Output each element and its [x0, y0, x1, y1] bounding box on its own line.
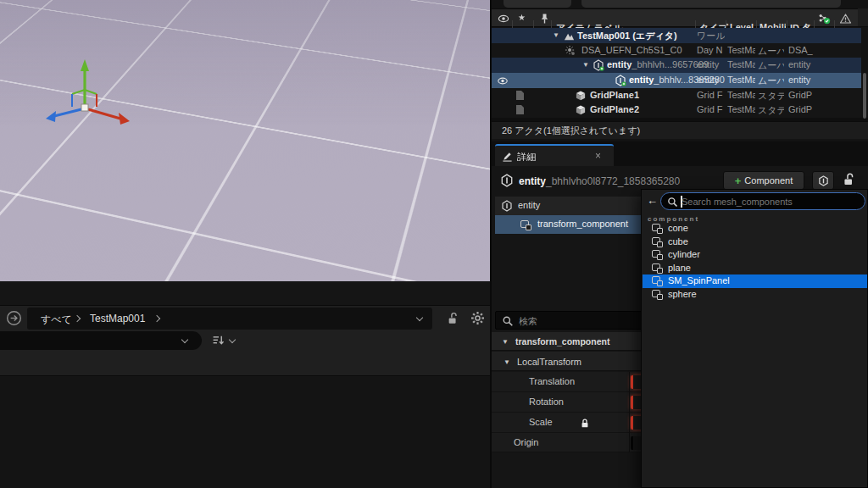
component-icon	[652, 250, 660, 258]
tab-details[interactable]: 詳細 ×	[495, 144, 614, 166]
outliner-toolbar-partial[interactable]	[504, 0, 571, 8]
entity-icon	[501, 200, 513, 212]
entity-name-bold: entity	[519, 175, 546, 187]
menu-item-cone[interactable]: cone	[643, 222, 867, 236]
menu-item-sphere[interactable]: sphere	[643, 288, 867, 302]
row-mobility: スタティック	[758, 104, 784, 117]
outliner-column-header: ★ アイテムラベル タイプ Level Mobili ID 名	[492, 8, 858, 27]
section-label: transform_component	[515, 336, 609, 347]
details-tab-bar: 詳細 × スナップ...ット履歴	[492, 141, 868, 166]
pin-column-icon[interactable]	[539, 13, 550, 25]
menu-item-label: cylinder	[668, 249, 700, 259]
navigate-forward-icon[interactable]	[6, 310, 22, 326]
menu-item-label: sphere	[668, 289, 697, 299]
outliner-row-gridplane1[interactable]: GridPlane1 Grid F TestMa スタティック GridP	[492, 88, 861, 103]
row-label-bold: entity	[629, 75, 654, 85]
outliner-row-entity-parent[interactable]: ▼ entity_bhhlvh...9657609 entity TestMa …	[492, 58, 861, 73]
property-column-splitter[interactable]	[629, 372, 630, 452]
row-label: GridPlane2	[590, 104, 639, 114]
entity-icon	[593, 59, 604, 71]
row-type: Day N	[697, 45, 725, 55]
tree-entity-label: entity	[518, 200, 540, 210]
source-control-column-icon[interactable]	[818, 13, 831, 25]
breadcrumb-all[interactable]: すべて	[41, 313, 72, 327]
static-mesh-icon	[575, 90, 587, 102]
unlock-icon[interactable]	[842, 173, 854, 186]
outliner-row-entity-selected[interactable]: entity_bhhlv...8365280 entity TestMa ムーバ…	[492, 73, 861, 88]
menu-item-label: cone	[668, 223, 688, 233]
row-level: TestMa	[727, 104, 755, 114]
outliner-header-corner	[858, 8, 868, 27]
search-icon	[667, 197, 678, 208]
breadcrumb-separator-icon	[74, 315, 81, 322]
expander-icon: ▼	[502, 338, 509, 346]
component-icon	[652, 237, 660, 245]
sort-icon[interactable]	[212, 334, 225, 347]
world-icon	[564, 30, 575, 42]
outliner-status-bar: 26 アクタ(1個選択されています)	[492, 121, 868, 139]
row-id: DSA_	[788, 45, 814, 55]
menu-item-label: plane	[668, 263, 691, 273]
section-label: LocalTransform	[517, 357, 581, 367]
add-component-label: Component	[744, 175, 793, 186]
transform-gizmo[interactable]	[42, 56, 136, 149]
back-arrow-icon[interactable]: ←	[647, 194, 658, 207]
visibility-eye-icon[interactable]	[497, 75, 509, 86]
row-mobility: ムーバブル	[758, 45, 784, 58]
row-mobility: スタティック	[758, 90, 784, 103]
outliner-scrollbar[interactable]	[863, 73, 866, 119]
menu-item-sm-spinpanel[interactable]: SM_SpinPanel	[643, 274, 867, 288]
content-browser: すべて TestMap001	[0, 281, 490, 488]
filter-dropdown[interactable]	[0, 331, 202, 350]
day-sequence-icon	[565, 45, 576, 56]
tree-transform-label: transform_component	[537, 219, 628, 229]
component-search-input[interactable]	[682, 194, 851, 208]
row-mobility: ムーバブル	[758, 59, 784, 72]
menu-item-cylinder[interactable]: cylinder	[643, 248, 867, 262]
favorite-column-icon[interactable]: ★	[518, 13, 526, 22]
component-icon	[652, 290, 660, 297]
expander-icon[interactable]: ▼	[582, 61, 589, 69]
settings-gear-icon[interactable]	[470, 311, 485, 325]
unlock-icon[interactable]	[446, 312, 459, 325]
breadcrumb[interactable]: すべて TestMap001	[27, 308, 432, 330]
menu-item-cube[interactable]: cube	[643, 236, 867, 249]
details-search-placeholder: 検索	[519, 315, 537, 328]
property-label: Rotation	[529, 396, 564, 407]
component-search-field[interactable]	[660, 192, 865, 210]
content-browser-empty-area[interactable]	[0, 377, 490, 488]
entity-icon	[500, 174, 514, 187]
component-browser-button[interactable]	[812, 171, 834, 190]
component-search-menu: ← component cone cube cylinder plane	[641, 189, 868, 488]
add-component-button[interactable]: + Component	[723, 171, 804, 190]
component-icon	[652, 263, 660, 271]
outliner-row-gridplane2[interactable]: GridPlane2 Grid F TestMa スタティック GridP	[492, 103, 861, 118]
row-type: Grid F	[697, 90, 725, 100]
plus-icon: +	[735, 175, 742, 187]
menu-item-plane[interactable]: plane	[643, 262, 867, 275]
warning-column-icon[interactable]	[839, 13, 852, 25]
row-type: Grid F	[697, 104, 725, 114]
outliner-row-testmap[interactable]: ▼ TestMap001 (エディタ) ワールド	[492, 28, 861, 43]
path-dropdown-chevron-icon[interactable]	[416, 314, 423, 321]
outliner-row-dsa[interactable]: DSA_UEFN_Ch5S1_C0 Day N TestMa ムーバブル DSA…	[492, 43, 861, 58]
expander-icon[interactable]: ▼	[553, 31, 559, 39]
outliner-search-bar-partial[interactable]	[581, 0, 841, 8]
component-hexagon-icon	[818, 175, 829, 186]
breadcrumb-map[interactable]: TestMap001	[90, 313, 145, 324]
row-level: TestMa	[727, 75, 755, 85]
viewport-3d[interactable]	[0, 0, 490, 281]
row-id: entity	[788, 59, 814, 69]
row-type: entity	[697, 59, 725, 69]
row-label: GridPlane1	[590, 90, 639, 100]
menu-item-label: SM_SpinPanel	[668, 275, 730, 286]
lock-icon[interactable]	[580, 418, 590, 429]
row-label: DSA_UEFN_Ch5S1_C0	[581, 45, 682, 55]
modified-page-icon	[515, 104, 525, 115]
editor-window: ★ アイテムラベル タイプ Level Mobili ID 名	[0, 0, 868, 488]
tab-close-icon[interactable]: ×	[595, 150, 601, 162]
component-icon	[652, 276, 660, 284]
visibility-column-icon[interactable]	[498, 13, 509, 25]
row-type: entity	[697, 75, 725, 85]
expander-icon: ▼	[504, 358, 510, 366]
